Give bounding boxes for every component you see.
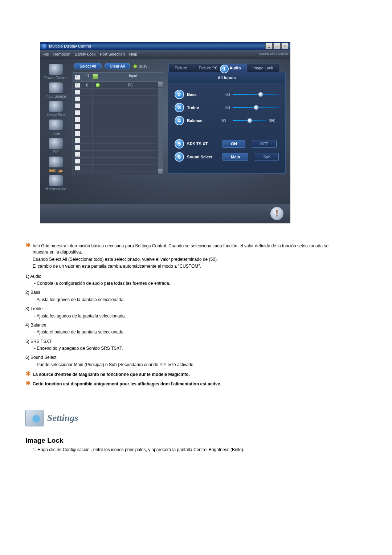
doc-item-title: 4) Balance xyxy=(25,322,341,328)
doc-item-sub: - Controla la configuración de audio par… xyxy=(34,280,341,287)
slider-thumb[interactable] xyxy=(254,105,259,110)
sidebar-item-pip[interactable]: PIP xyxy=(49,138,63,154)
grid-header-id[interactable]: ID xyxy=(82,73,93,81)
table-row xyxy=(73,158,163,165)
alert-icon: ! xyxy=(270,207,283,220)
menu-safety-lock[interactable]: Safety Lock xyxy=(75,52,95,56)
table-row xyxy=(73,123,163,130)
sound-sub-button[interactable]: Sub xyxy=(255,153,279,161)
tab-picture[interactable]: Picture xyxy=(168,64,193,72)
row-checkbox[interactable] xyxy=(75,124,80,129)
image-lock-heading: Image Lock xyxy=(25,437,341,445)
table-row xyxy=(73,144,163,151)
settings-section-title: Settings xyxy=(47,413,78,424)
srs-on-button[interactable]: ON xyxy=(222,140,245,148)
settings-section-icon xyxy=(25,410,44,426)
lamp-header-icon xyxy=(93,74,98,79)
bass-slider[interactable] xyxy=(233,94,279,95)
menu-help[interactable]: Help xyxy=(129,52,138,56)
grid-header-input[interactable]: Input xyxy=(103,73,163,81)
sidebar-item-image-size[interactable]: Image Size xyxy=(47,101,65,117)
busy-indicator: Busy xyxy=(133,64,147,68)
tab-row: Picture Picture PC 1 Audio Image Lock xyxy=(168,64,286,72)
sidebar-label: Input Source xyxy=(45,94,66,98)
table-row xyxy=(73,151,163,158)
maximize-button[interactable]: □ xyxy=(273,43,281,49)
doc-item-title: 1) Audio xyxy=(25,274,341,280)
sidebar-label: Time xyxy=(52,131,60,135)
table-row xyxy=(73,116,163,123)
table-row xyxy=(73,96,163,102)
bass-row: 2 Bass 60 xyxy=(175,90,279,99)
scroll-down-button[interactable] xyxy=(158,169,163,175)
slider-thumb[interactable] xyxy=(258,92,263,97)
row-checkbox[interactable] xyxy=(75,151,80,157)
slider-thumb[interactable] xyxy=(247,118,252,123)
bass-label: Bass xyxy=(187,92,217,97)
treble-row: 3 Treble 50 xyxy=(175,103,279,112)
select-all-button[interactable]: Select All xyxy=(74,63,101,69)
input-source-icon xyxy=(49,82,63,94)
row-checkbox[interactable] xyxy=(75,82,80,88)
star-icon xyxy=(25,380,33,386)
doc-item-title: 6) Sound Select xyxy=(25,355,341,361)
badge-4-icon: 4 xyxy=(175,116,184,125)
row-checkbox[interactable] xyxy=(75,117,80,122)
sidebar-item-time[interactable]: Time xyxy=(49,119,63,135)
lamp-icon xyxy=(95,83,100,88)
doc-text: Info Grid muestra información básica nec… xyxy=(33,243,341,256)
sidebar-item-settings[interactable]: Settings xyxy=(49,156,63,173)
tab-label: Picture PC xyxy=(199,66,218,70)
right-panel: Picture Picture PC 1 Audio Image Lock Al… xyxy=(165,58,290,204)
row-id: 0 xyxy=(82,82,93,88)
app-icon xyxy=(42,43,48,49)
sidebar-item-power-control[interactable]: Power Control xyxy=(44,64,67,80)
row-checkbox[interactable] xyxy=(75,165,80,171)
balance-label: Balance xyxy=(187,118,217,123)
row-checkbox[interactable] xyxy=(75,145,80,150)
sidebar-item-input-source[interactable]: Input Source xyxy=(45,82,66,98)
sound-select-label: Sound Select xyxy=(187,155,217,159)
row-checkbox[interactable] xyxy=(75,96,80,102)
image-size-icon xyxy=(49,101,63,112)
srs-off-button[interactable]: OFF xyxy=(252,140,277,148)
minimize-button[interactable]: _ xyxy=(265,43,273,49)
menu-remocon[interactable]: Remocon xyxy=(53,52,70,56)
table-row[interactable]: 0 PC xyxy=(73,82,163,89)
row-checkbox[interactable] xyxy=(75,158,80,164)
table-row xyxy=(73,137,163,144)
tab-picture-pc[interactable]: Picture PC xyxy=(193,64,224,72)
scroll-up-button[interactable] xyxy=(158,82,163,88)
menubar: File Remocon Safety Lock Port Selection … xyxy=(40,50,290,58)
row-checkbox[interactable] xyxy=(75,110,80,116)
badge-5-icon: 5 xyxy=(175,139,184,149)
grid-header-lamp[interactable] xyxy=(93,73,103,81)
doc-item-sub: - Encendido y apagado de Sonido SRS TSXT… xyxy=(34,345,341,352)
treble-value: 50 xyxy=(220,105,230,110)
audio-panel: All Inputs 2 Bass 60 3 Treble 50 xyxy=(168,72,286,174)
menu-port-selection[interactable]: Port Selection xyxy=(100,52,124,56)
row-input: PC xyxy=(103,82,163,88)
menu-file[interactable]: File xyxy=(42,52,49,56)
close-button[interactable]: × xyxy=(281,43,289,49)
tab-label: Image Lock xyxy=(252,66,273,70)
row-checkbox[interactable] xyxy=(75,131,80,136)
balance-slider[interactable] xyxy=(233,120,266,121)
tab-audio[interactable]: 1 Audio xyxy=(223,64,247,72)
doc-text: Cuando Select All (Seleccionar todo) est… xyxy=(33,256,341,263)
star-icon xyxy=(25,242,33,248)
mdc-window: Multiple Display Control _ □ × File Remo… xyxy=(40,42,290,223)
sound-main-button[interactable]: Main xyxy=(222,153,248,161)
treble-slider[interactable] xyxy=(233,107,279,108)
grid-scrollbar[interactable] xyxy=(158,82,163,175)
row-checkbox[interactable] xyxy=(75,103,80,109)
row-checkbox[interactable] xyxy=(75,138,80,143)
clear-all-button[interactable]: Clear All xyxy=(105,63,130,69)
tab-image-lock[interactable]: Image Lock xyxy=(246,64,279,72)
sidebar-item-maintenance[interactable]: Maintenance xyxy=(45,175,66,191)
doc-item-sub: - Ajusta el balance de la pantalla selec… xyxy=(34,329,341,335)
doc-body: Info Grid muestra información básica nec… xyxy=(25,242,341,453)
row-checkbox[interactable] xyxy=(75,89,80,95)
sidebar: Power Control Input Source Image Size Ti… xyxy=(40,58,71,204)
grid-header-check[interactable] xyxy=(73,73,82,81)
